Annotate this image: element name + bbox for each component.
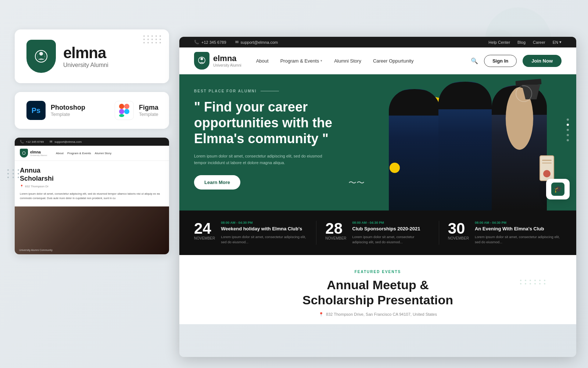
event-month-3: November (448, 236, 469, 240)
nav-programs-text: Program & Events (280, 58, 319, 64)
topbar-right: Help Center Blog Career EN ▾ (488, 40, 562, 45)
featured-address-text: 832 Thompson Drive, San Francisco CA 941… (326, 312, 437, 316)
mini-body: AnnuaScholarshi 📍 832 Thompson Dr Lorem … (15, 161, 169, 206)
hero-dot-2[interactable] (567, 124, 569, 126)
diploma-scroll (539, 155, 554, 181)
featured-address: 📍 832 Thompson Drive, San Francisco CA 9… (194, 312, 562, 317)
mini-nav-alumni[interactable]: Alumni Story (95, 152, 111, 155)
photoshop-label: Photoshop Template (51, 104, 85, 117)
programs-chevron: ▾ (320, 59, 322, 63)
signin-button[interactable]: Sign In (484, 55, 517, 67)
mini-heading: AnnuaScholarshi (20, 167, 164, 183)
hero-dot-4[interactable] (567, 134, 569, 136)
mini-website-preview: 📞 +12 345 6789 ✉ support@elmna.com elmna… (15, 138, 169, 254)
photoshop-template: Ps Photoshop Template (26, 101, 85, 120)
search-button[interactable]: 🔍 (471, 57, 478, 64)
phone-icon: 📞 (194, 40, 199, 45)
grad-figure-2 (438, 82, 492, 210)
mini-address-text: 832 Thompson Dr (25, 185, 49, 188)
photoshop-icon: Ps (26, 101, 46, 120)
event-desc-2: Lorem ipsum dolor sit amet, consectetur … (352, 234, 430, 245)
grad-figure-3 (389, 89, 440, 210)
mini-topbar: 📞 +12 345 6789 ✉ support@elmna.com (15, 138, 169, 146)
featured-tag: FEATURED EVENTS (194, 270, 562, 274)
figma-icon (115, 101, 134, 120)
hero-photo-area: 🎓 (370, 74, 576, 210)
featured-dots (520, 280, 547, 284)
figma-template: Figma Template (115, 101, 158, 120)
mini-email-icon: ✉ (50, 140, 53, 144)
site-shield-icon (194, 52, 209, 70)
event-info-3: 08:00 AM - 04:30 PM An Evening With Elmn… (475, 221, 562, 245)
topbar-blog-link[interactable]: Blog (517, 40, 526, 45)
event-desc-1: Lorem ipsum dolor sit amet, consectetur … (221, 234, 307, 245)
main-website-panel: 📞 +12 345 6789 ✉ support@elmna.com Help … (179, 37, 576, 357)
figma-sublabel: Template (139, 112, 158, 117)
hero-wavy-decoration: 〜〜 (348, 177, 365, 188)
logo-text: elmna University Alumni (63, 44, 108, 68)
mini-logo: elmna University Alumni (20, 149, 47, 158)
lang-text: EN (553, 40, 558, 45)
mini-location-icon: 📍 (20, 185, 24, 188)
nav-alumni[interactable]: Alumni Story (334, 58, 361, 64)
mini-nav: elmna University Alumni About Program & … (15, 146, 169, 161)
event-info-1: 08:00 AM - 04:30 PM Weekend holiday with… (221, 221, 307, 245)
joinnow-button[interactable]: Join Now (523, 55, 562, 67)
mini-brand-sub: University Alumni (30, 154, 47, 156)
mini-photo-label: University Alumni Community (19, 249, 53, 251)
mini-shield-icon (20, 149, 28, 158)
lang-chevron: ▾ (559, 40, 562, 45)
hero-top-outline-circle (516, 85, 532, 102)
photoshop-title: Photoshop (51, 104, 85, 112)
photoshop-sublabel: Template (51, 112, 85, 117)
topbar-left: 📞 +12 345 6789 ✉ support@elmna.com (194, 40, 278, 45)
brand-name: elmna (63, 44, 108, 62)
mini-nav-programs[interactable]: Program & Events (67, 152, 91, 155)
left-panel: elmna University Alumni Ps Photos (15, 29, 169, 254)
nav-actions: 🔍 Sign In Join Now (471, 55, 562, 67)
mini-email: ✉ support@elmna.com (50, 140, 82, 144)
nav-career[interactable]: Career Oppurtunity (373, 58, 414, 64)
mini-logo-text: elmna University Alumni (30, 150, 47, 156)
site-topbar: 📞 +12 345 6789 ✉ support@elmna.com Help … (179, 37, 576, 47)
mini-phone-icon: 📞 (20, 140, 24, 144)
hero-dots-nav (567, 118, 569, 141)
event-date-2: 28 November (325, 221, 346, 245)
hero-dot-5[interactable] (567, 139, 569, 141)
featured-section: FEATURED EVENTS Annual Meetup &Scholarsh… (179, 255, 576, 324)
mini-address: 📍 832 Thompson Dr (20, 185, 164, 188)
topbar-career-link[interactable]: Career (533, 40, 545, 45)
floating-card: 🎓 (546, 179, 570, 199)
site-logo: elmna University Alumni (194, 52, 241, 70)
event-time-3: 08:00 AM - 04:30 PM (475, 221, 562, 224)
decorative-dots (143, 35, 162, 43)
topbar-help-link[interactable]: Help Center (488, 40, 510, 45)
brand-subtitle: University Alumni (63, 62, 108, 68)
event-title-1: Weekend holiday with Elmna Club's (221, 226, 307, 232)
hero-tag-text: BEST PLACE FOR ALUMNI (194, 89, 257, 93)
event-date-1: 24 November (194, 221, 215, 245)
hero-small-yellow-circle (390, 163, 400, 173)
mini-nav-about[interactable]: About (56, 152, 64, 155)
hero-cta-button[interactable]: Learn More (194, 175, 240, 190)
svg-point-10 (201, 58, 203, 60)
left-dots (7, 169, 21, 178)
nav-about[interactable]: About (256, 58, 269, 64)
hero-tag: BEST PLACE FOR ALUMNI (194, 89, 370, 93)
hero-dot-3[interactable] (567, 129, 569, 131)
mini-photo-area: University Alumni Community (15, 206, 169, 254)
event-item-1: 24 November 08:00 AM - 04:30 PM Weekend … (194, 221, 316, 245)
mini-phone-text: +12 345 6789 (26, 140, 44, 144)
hero-para: Lorem ipsum dolor sit amet, consectetur … (194, 153, 334, 166)
event-month-2: November (325, 236, 346, 240)
hero-dot-1[interactable] (567, 118, 569, 121)
topbar-phone: 📞 +12 345 6789 (194, 40, 226, 45)
nav-programs[interactable]: Program & Events ▾ (280, 58, 323, 64)
language-selector[interactable]: EN ▾ (553, 40, 562, 45)
email-address: support@elmna.com (241, 40, 278, 45)
hero-title: " Find your career opportunities with th… (194, 99, 370, 147)
logo-block: elmna University Alumni (15, 29, 169, 83)
featured-location-icon: 📍 (319, 312, 324, 317)
event-date-3: 30 November (448, 221, 469, 245)
event-day-1: 24 (194, 221, 215, 236)
